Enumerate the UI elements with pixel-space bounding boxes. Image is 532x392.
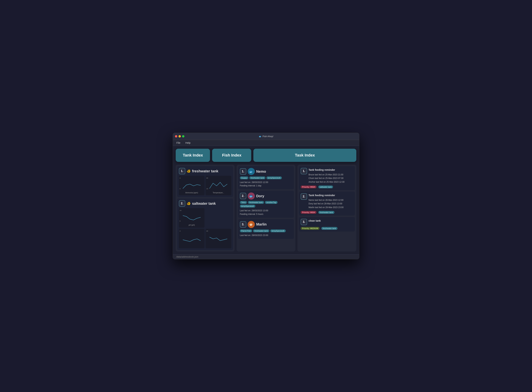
fish-3-name: Marlin — [256, 222, 267, 226]
main-content: Tank Index Fish Index Task Index 1. 🐠 fr… — [173, 146, 359, 254]
fish-3-tags: Parrot Fish freshwater tank tempSpeciesB — [240, 229, 292, 232]
chart-temp-label: Temperature... — [207, 192, 230, 194]
tag-freshwater-2: freshwater tank — [248, 201, 264, 204]
fish-item-2: 2. 🐟 Dory Tetra freshwater tank anotherT… — [238, 191, 294, 218]
fish-3-detail: Last fed on: 28/03/2023 23:00 — [240, 234, 292, 237]
task-2-header: 2. Tank feeding reminder Nemo last fed o… — [301, 193, 353, 209]
window-icon: 🐟 — [259, 135, 262, 138]
tank-2-number: 2. — [179, 200, 185, 207]
task-item-1: 1. Tank feeding reminder Bruce last fed … — [299, 166, 355, 190]
tank-2-name: saltwater tank — [192, 201, 216, 205]
window-title: 🐟 Fish Ahoy! — [259, 135, 273, 138]
fish-3-avatar: 🐡 — [248, 221, 255, 228]
task-2-number: 2. — [301, 193, 307, 200]
tag-tempspeciesa: tempSpeciesA — [266, 177, 282, 179]
fish-2-header: 2. 🐟 Dory — [240, 192, 292, 200]
fish-1-header: 1. 🐟 Nemo — [240, 168, 292, 175]
task-1-tank: saltwater tank — [318, 186, 333, 188]
task-2-priority: Priority: HIGH — [301, 211, 316, 214]
fish-2-number: 2. — [240, 193, 246, 199]
menu-help[interactable]: Help — [185, 141, 191, 145]
minimize-button[interactable] — [179, 135, 181, 137]
task-2-text: Tank feeding reminder Nemo last fed on 2… — [309, 193, 353, 209]
chart-temp-svg — [207, 178, 230, 190]
task-3-tags: Priority: MEDIUM freshwater tank — [301, 227, 353, 230]
fish-item-1: 1. 🐟 Nemo Guppy freshwater tank tempSpec… — [238, 166, 294, 189]
tank-2-header: 2. 🐠 saltwater tank — [179, 200, 231, 207]
traffic-lights — [175, 135, 184, 137]
task-3-tank: freshwater tank — [321, 227, 338, 230]
fish-1-avatar: 🐟 — [248, 168, 255, 175]
chart-ph: 14 0 pH (pH) — [179, 208, 204, 228]
chart-saltwater-1: 4 — [179, 229, 204, 248]
chart-ammonia-label: Ammonia (ppm) — [180, 192, 203, 194]
tag-tempspeciesa-2: tempSpeciesA — [240, 205, 255, 208]
tank-item-1: 1. 🐠 freshwater tank 4 0 — [177, 166, 233, 197]
status-bar: ./data/addressbook.json — [173, 254, 359, 259]
fish-1-name: Nemo — [256, 169, 266, 174]
task-3-priority: Priority: MEDIUM — [301, 227, 319, 230]
tooltip-buttons-row: Tank Index Fish Index Task Index — [176, 149, 356, 162]
tank-item-2: 2. 🐠 saltwater tank 14 0 — [177, 198, 233, 250]
fish-2-avatar: 🐟 — [248, 192, 255, 200]
tank-1-charts: 4 0 Ammonia (ppm) 40 10 — [179, 176, 231, 195]
maximize-button[interactable] — [182, 135, 184, 137]
fish-column: 1. 🐟 Nemo Guppy freshwater tank tempSpec… — [237, 165, 296, 252]
tag-tetra: Tetra — [240, 201, 247, 204]
fish-2-tags: Tetra freshwater tank anotherTag tempSpe… — [240, 201, 292, 208]
task-1-priority: Priority: HIGH — [301, 186, 316, 188]
task-1-text: Tank feeding reminder Bruce last fed on … — [309, 168, 353, 184]
tag-freshwater: freshwater tank — [249, 177, 265, 179]
chart-saltwater-2: 40 — [206, 229, 231, 248]
menu-bar: File Help — [173, 140, 359, 146]
task-column: 1. Tank feeding reminder Bruce last fed … — [297, 165, 356, 252]
fish-1-detail: Last fed on: 28/03/2023 12:00 Feeding in… — [240, 181, 292, 187]
fish-item-3: 3. 🐡 Marlin Parrot Fish freshwater tank … — [238, 219, 294, 239]
close-button[interactable] — [175, 135, 177, 137]
chart-temperature: 40 10 Temperature... — [206, 176, 231, 195]
tank-1-name: freshwater tank — [192, 169, 218, 173]
menu-file[interactable]: File — [176, 141, 181, 145]
task-3-number: 3. — [301, 219, 307, 225]
tank-2-charts: 14 0 pH (pH) — [179, 208, 231, 228]
fish-3-number: 3. — [240, 221, 246, 228]
task-item-2: 2. Tank feeding reminder Nemo last fed o… — [299, 191, 355, 215]
tank-index-button[interactable]: Tank Index — [176, 149, 210, 162]
chart-saltwater-svg2 — [207, 231, 230, 243]
tag-freshwater-3: freshwater tank — [253, 229, 269, 232]
app-window: 🐟 Fish Ahoy! File Help Tank Index Fish I… — [173, 133, 359, 259]
chart-saltwater-svg1 — [180, 231, 203, 243]
tank-column: 1. 🐠 freshwater tank 4 0 — [176, 165, 235, 252]
fish-2-detail: Last fed on: 28/03/2023 13:00 Feeding in… — [240, 209, 292, 216]
task-3-text: clean tank — [309, 219, 353, 224]
tank-1-header: 1. 🐠 freshwater tank — [179, 168, 231, 174]
fish-1-tags: Guppy freshwater tank tempSpeciesA — [240, 177, 292, 179]
task-2-tags: Priority: HIGH freshwater tank — [301, 210, 353, 214]
columns: 1. 🐠 freshwater tank 4 0 — [176, 165, 356, 252]
tank-1-number: 1. — [179, 168, 185, 174]
task-1-number: 1. — [301, 168, 307, 174]
task-item-3: 3. clean tank Priority: MEDIUM freshwate… — [299, 217, 355, 232]
tank-1-emoji: 🐠 — [187, 169, 191, 173]
tag-parrot: Parrot Fish — [240, 229, 252, 232]
chart-ph-label: pH (pH) — [180, 224, 203, 226]
chart-ph-svg — [180, 210, 203, 223]
tag-another: anotherTag — [265, 201, 278, 204]
chart-ammonia-svg — [180, 178, 203, 190]
status-text: ./data/addressbook.json — [176, 256, 198, 258]
task-1-header: 1. Tank feeding reminder Bruce last fed … — [301, 168, 353, 184]
tank-2-emoji: 🐠 — [187, 201, 191, 205]
fish-3-header: 3. 🐡 Marlin — [240, 221, 292, 228]
tag-guppy: Guppy — [240, 177, 248, 179]
task-3-header: 3. clean tank — [301, 219, 353, 225]
chart-ammonia: 4 0 Ammonia (ppm) — [179, 176, 204, 195]
fish-index-button[interactable]: Fish Index — [212, 149, 251, 162]
task-1-tags: Priority: HIGH saltwater tank — [301, 185, 353, 188]
task-2-tank: freshwater tank — [318, 211, 334, 214]
fish-2-name: Dory — [256, 194, 264, 198]
fish-1-number: 1. — [240, 168, 246, 175]
title-bar: 🐟 Fish Ahoy! — [173, 133, 359, 140]
task-index-button[interactable]: Task Index — [253, 149, 356, 162]
tag-tempspeciesb: tempSpeciesB — [270, 229, 286, 232]
tank-2-charts-row2: 4 40 — [179, 229, 231, 248]
